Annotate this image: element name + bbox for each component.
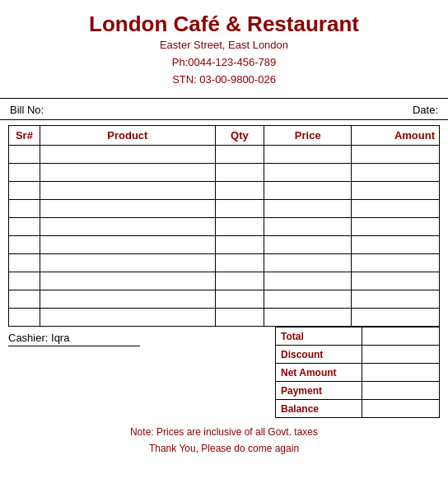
table-row — [9, 164, 440, 182]
summary-row: Total — [276, 327, 440, 346]
cell-product — [40, 164, 215, 182]
table-row — [9, 272, 440, 290]
summary-label: Total — [276, 327, 362, 346]
cell-sr — [9, 290, 40, 309]
summary-value — [362, 400, 439, 418]
footer-note2: Thank You, Please do come again — [8, 441, 440, 457]
cell-qty — [215, 182, 264, 200]
cell-amount — [352, 218, 440, 236]
cell-qty — [215, 272, 264, 290]
bottom-section: Cashier: Iqra Total Discount Net Amount … — [0, 327, 448, 418]
restaurant-address: Easter Street, East London — [8, 37, 440, 54]
cell-price — [264, 146, 352, 164]
summary-label: Discount — [276, 346, 362, 364]
summary-value — [362, 346, 439, 364]
table-row — [9, 290, 440, 309]
summary-value — [362, 364, 439, 382]
cell-product — [40, 200, 215, 218]
table-row — [9, 236, 440, 254]
bill-info-row: Bill No: Date: — [0, 98, 448, 120]
cell-product — [40, 272, 215, 290]
cell-amount — [352, 182, 440, 200]
cell-price — [264, 309, 352, 327]
table-row — [9, 254, 440, 272]
cashier-label: Cashier: Iqra — [8, 332, 140, 346]
cell-amount — [352, 146, 440, 164]
footer: Note: Prices are inclusive of all Govt. … — [0, 418, 448, 464]
cell-qty — [215, 200, 264, 218]
col-header-sr: Sr# — [9, 126, 40, 146]
cell-price — [264, 254, 352, 272]
cell-product — [40, 236, 215, 254]
invoice-table-wrapper: Sr# Product Qty Price Amount — [0, 125, 448, 327]
cell-amount — [352, 200, 440, 218]
summary-value — [362, 382, 439, 400]
cell-product — [40, 146, 215, 164]
summary-row: Net Amount — [276, 364, 440, 382]
cell-amount — [352, 290, 440, 309]
col-header-price: Price — [264, 126, 352, 146]
cell-qty — [215, 236, 264, 254]
table-row — [9, 182, 440, 200]
table-header-row: Sr# Product Qty Price Amount — [9, 126, 440, 146]
cell-qty — [215, 254, 264, 272]
cell-qty — [215, 218, 264, 236]
cell-amount — [352, 254, 440, 272]
cell-sr — [9, 182, 40, 200]
cell-price — [264, 218, 352, 236]
cell-sr — [9, 272, 40, 290]
summary-row: Balance — [276, 400, 440, 418]
cell-qty — [215, 290, 264, 309]
table-row — [9, 309, 440, 327]
restaurant-phone: Ph:0044-123-456-789 — [8, 54, 440, 72]
cell-product — [40, 182, 215, 200]
summary-value — [362, 327, 439, 346]
cell-price — [264, 272, 352, 290]
cell-amount — [352, 309, 440, 327]
cell-sr — [9, 200, 40, 218]
summary-label: Net Amount — [276, 364, 362, 382]
cell-qty — [215, 164, 264, 182]
table-row — [9, 146, 440, 164]
summary-table: Total Discount Net Amount Payment Balanc… — [275, 327, 440, 418]
cell-sr — [9, 236, 40, 254]
cell-price — [264, 164, 352, 182]
cell-product — [40, 218, 215, 236]
cell-price — [264, 200, 352, 218]
summary-row: Payment — [276, 382, 440, 400]
cell-amount — [352, 164, 440, 182]
col-header-product: Product — [40, 126, 215, 146]
cell-sr — [9, 146, 40, 164]
header: London Café & Restaurant Easter Street, … — [0, 0, 448, 93]
footer-note1: Note: Prices are inclusive of all Govt. … — [8, 425, 440, 440]
cell-sr — [9, 218, 40, 236]
cell-qty — [215, 309, 264, 327]
invoice-table: Sr# Product Qty Price Amount — [8, 125, 440, 327]
summary-label: Payment — [276, 382, 362, 400]
cell-amount — [352, 236, 440, 254]
cell-amount — [352, 272, 440, 290]
date-label: Date: — [413, 104, 438, 116]
col-header-amount: Amount — [352, 126, 440, 146]
cell-sr — [9, 164, 40, 182]
cell-qty — [215, 146, 264, 164]
cell-product — [40, 290, 215, 309]
cell-price — [264, 236, 352, 254]
summary-row: Discount — [276, 346, 440, 364]
bill-no-label: Bill No: — [10, 104, 44, 116]
cell-product — [40, 254, 215, 272]
restaurant-stn: STN: 03-00-9800-026 — [8, 72, 440, 89]
cell-product — [40, 309, 215, 327]
cell-sr — [9, 254, 40, 272]
table-row — [9, 200, 440, 218]
col-header-qty: Qty — [215, 126, 264, 146]
summary-label: Balance — [276, 400, 362, 418]
cashier-area: Cashier: Iqra — [8, 327, 275, 418]
cell-price — [264, 290, 352, 309]
cell-sr — [9, 309, 40, 327]
restaurant-name: London Café & Restaurant — [8, 12, 440, 37]
cell-price — [264, 182, 352, 200]
table-row — [9, 218, 440, 236]
